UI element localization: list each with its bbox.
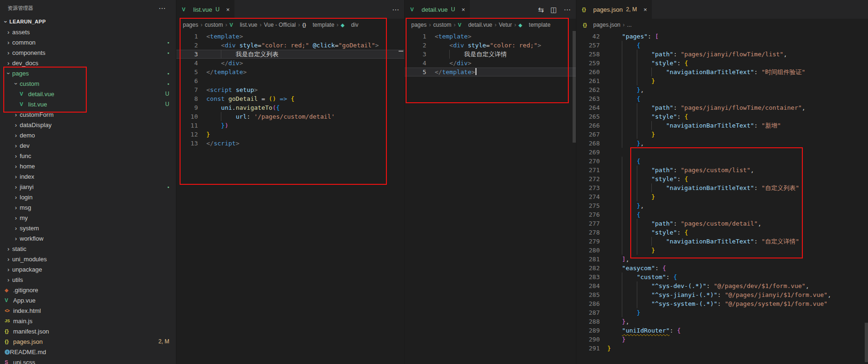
tree-item-pages[interactable]: ›pages● xyxy=(0,68,176,78)
code-line[interactable]: 264 "path": "pages/jianyi/flowTime/conta… xyxy=(576,103,868,112)
tree-item-components[interactable]: ›components● xyxy=(0,47,176,58)
tree-item-dev_docs[interactable]: ›dev_docs xyxy=(0,58,176,68)
close-icon[interactable]: × xyxy=(226,6,230,13)
code-line[interactable]: 290 } xyxy=(576,335,868,344)
code-line[interactable]: 287 } xyxy=(576,308,868,317)
code-line[interactable]: 1<template> xyxy=(176,32,405,41)
tree-item-static[interactable]: ›static xyxy=(0,243,176,254)
code-line[interactable]: 259 "style": { xyxy=(576,59,868,68)
more-actions-icon[interactable]: ⋯ xyxy=(392,6,399,13)
code-line[interactable]: 268 }, xyxy=(576,139,868,148)
code-line[interactable]: 277 "path": "pages/custom/detail", xyxy=(576,219,868,228)
breadcrumb-item[interactable]: {}pages.json xyxy=(583,22,620,28)
code-line[interactable]: 262 }, xyxy=(576,85,868,94)
code-line[interactable]: 8const goDetail = () => { xyxy=(176,94,405,103)
tree-item-manifest.json[interactable]: {}manifest.json xyxy=(0,326,176,336)
code-line[interactable]: 284 "^sys-dev-(.*)": "@/pages/dev/$1/for… xyxy=(576,281,868,290)
tree-item-jianyi[interactable]: ›jianyi● xyxy=(0,182,176,192)
code-line[interactable]: 276 { xyxy=(576,210,868,219)
compare-changes-icon[interactable]: ⇆ xyxy=(538,6,544,13)
code-line[interactable]: 263 { xyxy=(576,94,868,103)
code-line[interactable]: 7<script setup> xyxy=(176,85,405,94)
code-line[interactable]: 13</script> xyxy=(176,139,405,148)
workspace-root[interactable]: › LEARUN_APP xyxy=(0,16,176,27)
tree-item-detail.vue[interactable]: Vdetail.vueU xyxy=(0,89,176,99)
code-line[interactable]: 275 }, xyxy=(576,201,868,210)
tree-item-pages.json[interactable]: {}pages.json2, M xyxy=(0,336,176,347)
code-line[interactable]: 5</template> xyxy=(405,68,576,76)
code-line[interactable]: 9 uni.navigateTo({ xyxy=(176,103,405,112)
code-line[interactable]: 273 "navigationBarTitleText": "自定义列表" xyxy=(576,183,868,192)
close-icon[interactable]: × xyxy=(643,6,647,13)
more-actions-icon[interactable]: ⋯ xyxy=(159,5,166,12)
tab-list.vue[interactable]: Vlist.vueU× xyxy=(176,0,234,19)
split-editor-icon[interactable]: ◫ xyxy=(551,6,557,13)
code-line[interactable]: 265 "style": { xyxy=(576,112,868,121)
tree-item-utils[interactable]: ›utils xyxy=(0,274,176,285)
code-line[interactable]: 3 我是自定义详情 xyxy=(405,50,576,59)
tree-item-uni.scss[interactable]: Suni.scss xyxy=(0,357,176,364)
code-line[interactable]: 10 url: '/pages/custom/detail' xyxy=(176,112,405,121)
code-line[interactable]: 269 xyxy=(576,148,868,157)
breadcrumb-item[interactable]: {}template xyxy=(302,22,334,28)
close-icon[interactable]: × xyxy=(461,6,465,13)
breadcrumb-item[interactable]: Vetur xyxy=(499,22,512,28)
code-line[interactable]: 280 } xyxy=(576,246,868,255)
code-line[interactable]: 278 "style": { xyxy=(576,228,868,237)
code-line[interactable]: 12} xyxy=(176,130,405,139)
tree-item-custom[interactable]: ›custom● xyxy=(0,78,176,89)
breadcrumb-item[interactable]: ◈div xyxy=(341,22,358,28)
breadcrumb-item[interactable]: ◈template xyxy=(519,22,551,28)
code-line[interactable]: 272 "style": { xyxy=(576,174,868,183)
tree-item-list.vue[interactable]: Vlist.vueU xyxy=(0,99,176,109)
code-line[interactable]: 266 "navigationBarTitleText": "新增" xyxy=(576,121,868,130)
code-line[interactable]: 270 { xyxy=(576,157,868,166)
breadcrumb-item[interactable]: pages xyxy=(411,22,427,28)
scrollbar-thumb[interactable] xyxy=(573,31,576,143)
tree-item-index.html[interactable]: <>index.html xyxy=(0,305,176,316)
code-line[interactable]: 11 }) xyxy=(176,121,405,130)
tab-detail.vue[interactable]: Vdetail.vueU× xyxy=(405,0,470,19)
code-line[interactable]: 3 我是自定义列表 xyxy=(176,50,405,59)
tree-item-common[interactable]: ›common● xyxy=(0,37,176,47)
tree-item-.gitignore[interactable]: ◆.gitignore xyxy=(0,285,176,295)
breadcrumb-item[interactable]: custom xyxy=(205,22,223,28)
code-line[interactable]: 286 "^sys-system-(.*)": "@/pages/system/… xyxy=(576,299,868,308)
code-line[interactable]: 5</template> xyxy=(176,68,405,76)
code-line[interactable]: 267 } xyxy=(576,130,868,139)
code-line[interactable]: 274 } xyxy=(576,192,868,201)
tree-item-login[interactable]: ›login xyxy=(0,192,176,202)
code-line[interactable]: 42 "pages": [ xyxy=(576,32,868,41)
tree-item-README.md[interactable]: iREADME.md xyxy=(0,347,176,357)
code-line[interactable]: 282 "easycom": { xyxy=(576,264,868,273)
more-actions-icon[interactable]: ⋯ xyxy=(564,6,571,13)
tree-item-App.vue[interactable]: VApp.vue xyxy=(0,295,176,305)
tree-item-assets[interactable]: ›assets xyxy=(0,27,176,37)
code-line[interactable]: 2 <div style="color: red;" @click="goDet… xyxy=(176,41,405,50)
tree-item-msg[interactable]: ›msg xyxy=(0,202,176,212)
code-line[interactable]: 289 "uniIdRouter": { xyxy=(576,326,868,335)
tree-item-func[interactable]: ›func xyxy=(0,151,176,161)
code-line[interactable]: 4 </div> xyxy=(405,59,576,68)
code-line[interactable]: 257 { xyxy=(576,41,868,50)
breadcrumb-item[interactable]: custom xyxy=(433,22,452,28)
breadcrumb-item[interactable]: pages xyxy=(183,22,198,28)
tree-item-index[interactable]: ›index xyxy=(0,171,176,182)
code-line[interactable]: 261 } xyxy=(576,76,868,85)
code-line[interactable]: 271 "path": "pages/custom/list", xyxy=(576,166,868,174)
code-line[interactable]: 2 <div style="color: red;"> xyxy=(405,41,576,50)
tree-item-customForm[interactable]: ›customForm xyxy=(0,109,176,120)
code-line[interactable]: 6 xyxy=(176,76,405,85)
breadcrumb-item[interactable]: Vdetail.vue xyxy=(458,22,492,28)
breadcrumb-item[interactable]: ... xyxy=(627,22,632,28)
tree-item-dataDisplay[interactable]: ›dataDisplay xyxy=(0,120,176,130)
breadcrumb-item[interactable]: Vlist.vue xyxy=(229,22,257,28)
tree-item-main.js[interactable]: JSmain.js xyxy=(0,316,176,326)
tree-item-demo[interactable]: ›demo xyxy=(0,130,176,140)
breadcrumb-item[interactable]: Vue - Official xyxy=(264,22,296,28)
code-line[interactable]: 291} xyxy=(576,344,868,353)
code-line[interactable]: 279 "navigationBarTitleText": "自定义详情" xyxy=(576,237,868,246)
tab-pages.json[interactable]: {}pages.json2, M× xyxy=(576,0,652,19)
tree-item-home[interactable]: ›home xyxy=(0,161,176,171)
tree-item-system[interactable]: ›system xyxy=(0,223,176,233)
